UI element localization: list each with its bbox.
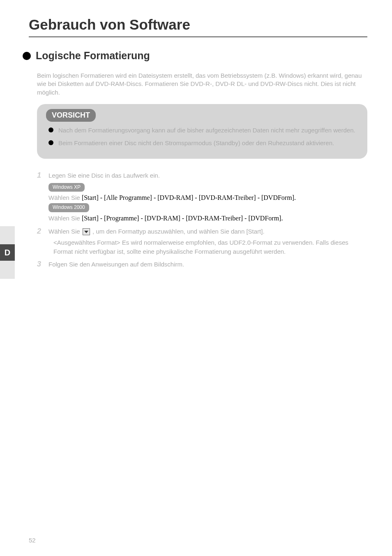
step-number: 2: [37, 227, 48, 236]
step-body: Windows XP Wählen Sie [Start] - [Alle Pr…: [48, 182, 367, 223]
os-badge-xp: Windows XP: [48, 183, 85, 192]
step-title: Legen Sie eine Disc in das Laufwerk ein.: [48, 172, 160, 179]
caution-box: VORSICHT Nach dem Formatierungsvorgang k…: [37, 104, 367, 159]
bullet-icon: [48, 127, 53, 132]
step-number: 3: [37, 260, 48, 269]
caution-item-2: Beim Formatieren einer Disc nicht den St…: [46, 139, 358, 147]
caution-label: VORSICHT: [46, 109, 96, 122]
tab-spacer-bottom: [0, 261, 15, 279]
step1-xp-menu-path: [Start] - [Alle Programme] - [DVD-RAM] -…: [82, 194, 296, 201]
caution-item-1: Nach dem Formatierungsvorgang kann auf d…: [46, 126, 358, 134]
bullet-icon: [48, 140, 53, 145]
step-title: Folgen Sie den Anweisungen auf dem Bilds…: [48, 261, 184, 268]
step1-2k-text: Wählen Sie: [48, 215, 82, 222]
caution-text-2: Beim Formatieren einer Disc nicht den St…: [58, 139, 334, 147]
step-3: 3 Folgen Sie den Anweisungen auf dem Bil…: [37, 260, 367, 269]
tab-letter: D: [0, 244, 15, 261]
page-title: Gebrauch von Software: [21, 16, 367, 33]
step-body: <Ausgewähltes Format> Es wird normalerwe…: [48, 238, 367, 256]
step1-2k-menu-path: [Start] - [Programme] - [DVD-RAM] - [DVD…: [82, 215, 283, 222]
section-intro: Beim logischen Formatieren wird ein Date…: [37, 72, 367, 97]
step-2: 2 Wählen Sie , um den Formattyp auszuwäh…: [37, 227, 367, 256]
step2-title-part1: Wählen Sie: [48, 228, 82, 235]
tab-spacer-top: [0, 226, 15, 244]
section-heading: Logische Formatierung: [36, 50, 150, 62]
step-title: Wählen Sie , um den Formattyp auszuwähle…: [48, 228, 265, 236]
steps-list: 1 Legen Sie eine Disc in das Laufwerk ei…: [37, 171, 367, 269]
title-underline: [29, 36, 367, 37]
step-number: 1: [37, 171, 48, 180]
step2-title-part2: , um den Formattyp auszuwählen, und wähl…: [92, 228, 265, 235]
section-header: Logische Formatierung: [23, 50, 367, 62]
language-tab: D: [0, 226, 15, 279]
caution-text-1: Nach dem Formatierungsvorgang kann auf d…: [58, 126, 355, 134]
step1-xp-text: Wählen Sie: [48, 194, 82, 201]
dropdown-icon: [83, 228, 90, 235]
bullet-icon: [23, 52, 31, 60]
page-number: 52: [29, 537, 36, 544]
step-1: 1 Legen Sie eine Disc in das Laufwerk ei…: [37, 171, 367, 223]
os-badge-2k: Windows 2000: [48, 203, 89, 212]
